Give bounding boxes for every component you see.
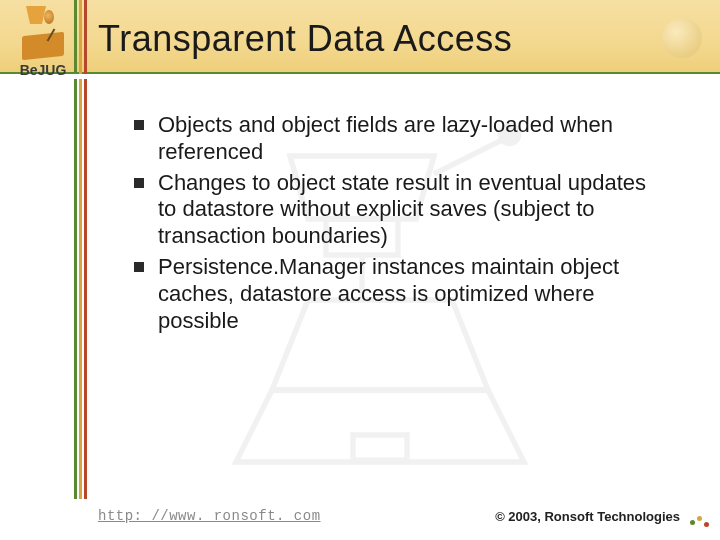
footer-url[interactable]: http: //www. ronsoft. com: [98, 508, 321, 524]
bullet-list: Objects and object fields are lazy-loade…: [130, 112, 670, 339]
accent-stripe: [84, 79, 87, 499]
bullet-item: Changes to object state result in eventu…: [130, 170, 670, 250]
accent-stripe: [79, 0, 82, 74]
svg-marker-4: [236, 390, 524, 462]
bullet-item: Persistence.Manager instances maintain o…: [130, 254, 670, 334]
footer-dots-icon: [690, 514, 710, 530]
accent-stripe: [79, 79, 82, 499]
logo: BeJUG: [8, 4, 78, 96]
bullet-item: Objects and object fields are lazy-loade…: [130, 112, 670, 166]
grinder-icon: [14, 4, 72, 62]
slide-title: Transparent Data Access: [98, 18, 512, 60]
footer-copyright: © 2003, Ronsoft Technologies: [495, 509, 680, 524]
slide: BeJUG Transparent Data Access Objects an…: [0, 0, 720, 540]
logo-text: BeJUG: [8, 62, 78, 78]
accent-stripe: [74, 79, 77, 499]
header-decorative-orb: [662, 18, 702, 58]
accent-stripe: [84, 0, 87, 74]
svg-rect-7: [353, 435, 407, 460]
